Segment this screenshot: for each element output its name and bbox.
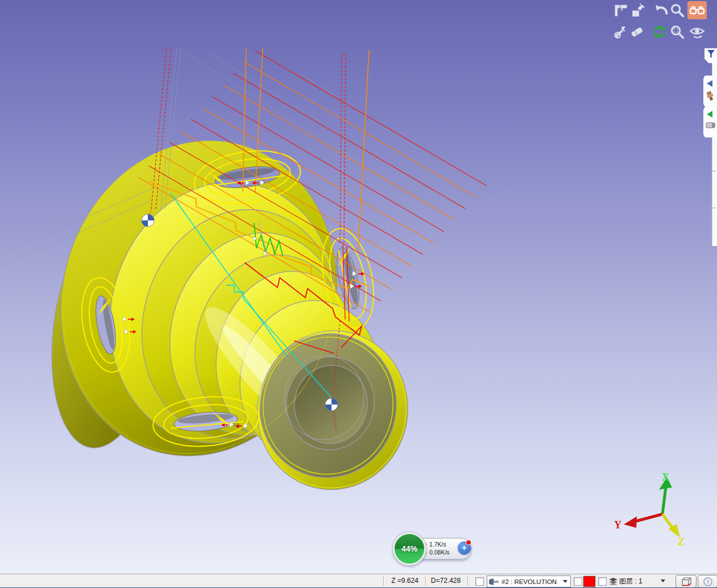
- layer-label: 图层 : 1: [619, 577, 643, 586]
- upload-speed: 1.7K/s: [429, 541, 446, 548]
- axis-x-label: X: [662, 472, 669, 483]
- zoom-extents-button[interactable]: [669, 24, 685, 40]
- layers-icon: [609, 578, 617, 585]
- tool-color-swatch[interactable]: [583, 576, 595, 587]
- view-toolbar: [612, 1, 712, 40]
- lathe-tool-icon: [489, 578, 499, 585]
- view-glasses-button[interactable]: [687, 1, 707, 19]
- usage-percent: 44%: [401, 544, 417, 553]
- rotate-view-button[interactable]: [689, 24, 705, 40]
- divider: [425, 576, 426, 586]
- help-icon: ?: [703, 577, 712, 586]
- undo-button[interactable]: [653, 2, 669, 18]
- origin-marker-bore: [325, 398, 338, 411]
- layer-dropdown-arrow-icon[interactable]: [661, 579, 665, 582]
- notification-dot: [466, 540, 471, 545]
- tool-settings-button[interactable]: [613, 24, 629, 40]
- strip-notch: [712, 207, 716, 208]
- speed-monitor-widget[interactable]: ↑1.7K/s ↓0.08K/s + 44%: [393, 532, 473, 563]
- tool-selector-value: #2 : REVOLUTION: [502, 578, 557, 585]
- stock-panel-tab[interactable]: [703, 107, 717, 137]
- axis-z-label: Z: [678, 536, 685, 548]
- axis-y-label: Y: [614, 519, 621, 531]
- color-checkbox[interactable]: [574, 577, 582, 586]
- model-scene[interactable]: X Y Z: [0, 0, 717, 574]
- dropdown-arrow-icon: [563, 580, 567, 583]
- wireframe-cube-icon: [681, 577, 692, 586]
- origin-marker-flange: [142, 214, 154, 227]
- svg-text:?: ?: [706, 578, 709, 585]
- zoom-button[interactable]: [669, 2, 685, 18]
- tool-visibility-checkbox[interactable]: [475, 577, 484, 586]
- divider: [467, 576, 469, 586]
- layer-checkbox[interactable]: [598, 577, 607, 586]
- tool-selector[interactable]: #2 : REVOLUTION: [487, 576, 571, 587]
- help-button[interactable]: ?: [698, 575, 717, 588]
- 3d-viewport[interactable]: X Y Z: [0, 0, 717, 574]
- collapse-left-blue-icon: [707, 80, 712, 87]
- tool-panel-tab[interactable]: [703, 76, 717, 107]
- strip-notch: [712, 170, 716, 172]
- filter-funnel-icon: [707, 50, 715, 57]
- clean-tool-button[interactable]: [629, 2, 645, 18]
- z-readout: Z =9.624: [387, 577, 423, 585]
- d-readout: D=72.428: [428, 577, 464, 585]
- tool-nozzle-icon: [706, 90, 715, 102]
- download-speed: 0.08K/s: [429, 549, 450, 556]
- eraser-button[interactable]: [629, 24, 645, 40]
- measure-caliper-button[interactable]: [613, 2, 629, 18]
- usage-ball[interactable]: 44%: [393, 532, 426, 565]
- axis-triad: X Y Z: [614, 472, 685, 548]
- wireframe-box-button[interactable]: [675, 575, 697, 588]
- refresh-view-button[interactable]: [652, 24, 668, 40]
- status-bar: Z =9.624 D=72.428 #2 : REVOLUTION 图层 : 1…: [0, 574, 717, 588]
- divider: [383, 576, 384, 586]
- stock-cylinder-icon: [705, 122, 715, 130]
- part-model: [26, 109, 421, 501]
- collapse-left-green-icon: [707, 111, 712, 118]
